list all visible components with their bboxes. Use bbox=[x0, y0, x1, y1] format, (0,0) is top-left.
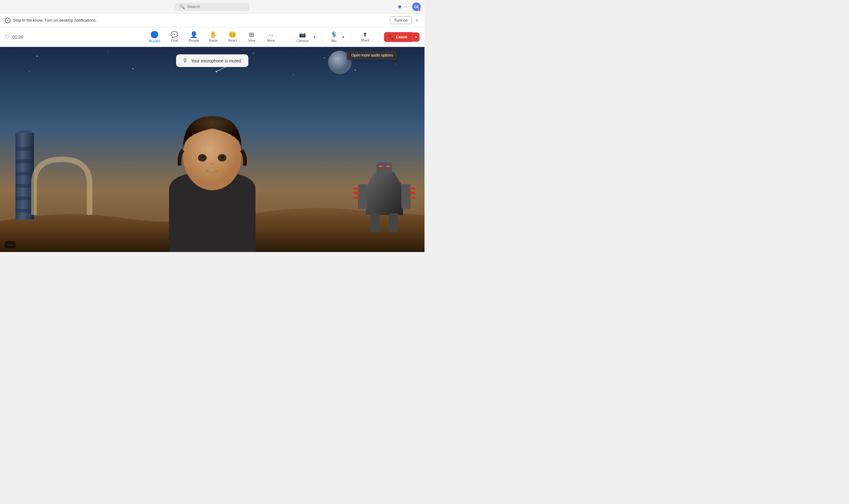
audio-tooltip-text: Open more audio options bbox=[351, 53, 393, 57]
toolbar-divider-2 bbox=[351, 32, 351, 42]
camera-icon: 📷 bbox=[299, 31, 306, 38]
camera-button[interactable]: 📷 Camera bbox=[294, 29, 312, 44]
svg-point-28 bbox=[222, 156, 224, 158]
chat-icon: 💬 bbox=[171, 32, 178, 38]
camera-group: 📷 Camera ▾ bbox=[294, 29, 317, 44]
mic-button[interactable]: 🎙️ Mic bbox=[328, 29, 340, 44]
notification-text: Stay in the know. Turn on desktop notifi… bbox=[13, 18, 387, 22]
info-icon: i bbox=[5, 18, 11, 23]
shield-icon: 🛡 bbox=[5, 34, 10, 40]
svg-point-27 bbox=[202, 156, 204, 158]
view-label: View bbox=[248, 39, 255, 42]
share-label: Share bbox=[360, 38, 370, 42]
more-icon: ··· bbox=[268, 32, 273, 38]
leave-group: 📞 Leave ▾ bbox=[384, 32, 420, 42]
toolbar-divider-3 bbox=[379, 32, 379, 42]
video-bottom-dots[interactable]: ··· bbox=[5, 241, 15, 248]
view-button[interactable]: ⊞ View bbox=[243, 30, 261, 44]
audio-options-tooltip: Open more audio options bbox=[347, 51, 397, 60]
people-button[interactable]: 👤 People bbox=[184, 30, 204, 44]
camera-chevron-icon: ▾ bbox=[314, 35, 315, 39]
more-button[interactable]: ··· More bbox=[262, 30, 280, 44]
leave-label: Leave bbox=[396, 35, 407, 39]
search-bar[interactable]: 🔍 bbox=[175, 3, 249, 11]
camera-chevron-button[interactable]: ▾ bbox=[312, 33, 317, 41]
people-icon: 👤 bbox=[190, 32, 198, 38]
online-status-dot bbox=[398, 5, 401, 8]
react-icon: 😊 bbox=[229, 32, 236, 38]
notification-bar: i Stay in the know. Turn on desktop noti… bbox=[0, 14, 425, 27]
raise-button[interactable]: ✋ Raise bbox=[204, 30, 223, 44]
avatar-badge bbox=[418, 8, 421, 11]
search-input[interactable] bbox=[187, 4, 245, 9]
video-area: 🎙 Your microphone is muted. Open more au… bbox=[0, 47, 425, 252]
leave-button[interactable]: 📞 Leave bbox=[384, 32, 412, 42]
muted-tooltip: 🎙 Your microphone is muted. bbox=[176, 54, 248, 67]
bluedot-button[interactable]: Bluedot bbox=[144, 29, 164, 45]
chat-label: Chat bbox=[171, 39, 178, 42]
raise-label: Raise bbox=[209, 39, 218, 42]
toolbar-divider bbox=[322, 32, 322, 42]
more-label: More bbox=[267, 39, 275, 42]
raise-icon: ✋ bbox=[210, 32, 217, 38]
react-button[interactable]: 😊 React bbox=[223, 30, 242, 44]
bluedot-label: Bluedot bbox=[148, 39, 160, 43]
people-label: People bbox=[189, 39, 199, 42]
camera-label: Camera bbox=[297, 39, 308, 42]
chat-button[interactable]: 💬 Chat bbox=[165, 30, 184, 44]
toolbar: 🛡 01:20 Bluedot 💬 Chat 👤 People ✋ Raise … bbox=[0, 27, 425, 47]
toolbar-timer-section: 🛡 01:20 bbox=[5, 34, 23, 40]
close-notification-button[interactable]: × bbox=[414, 18, 420, 23]
muted-mic-icon: 🎙 bbox=[182, 57, 188, 64]
share-button[interactable]: ⬆ Share bbox=[356, 30, 374, 44]
mic-chevron-icon: ▾ bbox=[342, 35, 344, 39]
more-options-button[interactable]: ··· bbox=[404, 4, 410, 10]
top-bar: 🔍 ··· DE bbox=[0, 0, 425, 14]
video-person bbox=[151, 97, 274, 252]
mic-label: Mic bbox=[331, 39, 336, 42]
call-timer: 01:20 bbox=[12, 35, 23, 39]
avatar[interactable]: DE bbox=[412, 2, 421, 11]
top-right-actions: ··· DE bbox=[398, 2, 421, 11]
share-icon: ⬆ bbox=[363, 32, 367, 37]
turn-on-notifications-button[interactable]: Turn on bbox=[390, 16, 411, 24]
mic-muted-icon: 🎙️ bbox=[331, 31, 337, 38]
toolbar-center-buttons: Bluedot 💬 Chat 👤 People ✋ Raise 😊 React … bbox=[144, 29, 280, 45]
react-label: React bbox=[228, 39, 237, 42]
leave-chevron-button[interactable]: ▾ bbox=[412, 32, 420, 42]
muted-message: Your microphone is muted. bbox=[191, 58, 242, 63]
person-svg bbox=[151, 97, 274, 252]
leave-phone-icon: 📞 bbox=[389, 35, 394, 39]
toolbar-right-section: 📷 Camera ▾ 🎙️ Mic ▾ ⬆ Share bbox=[294, 29, 420, 44]
mic-chevron-button[interactable]: ▾ bbox=[340, 33, 346, 41]
view-icon: ⊞ bbox=[249, 32, 254, 38]
search-icon: 🔍 bbox=[179, 4, 185, 9]
bluedot-circle bbox=[151, 31, 158, 38]
leave-chevron-icon: ▾ bbox=[415, 35, 417, 39]
mic-group: 🎙️ Mic ▾ bbox=[328, 29, 346, 44]
